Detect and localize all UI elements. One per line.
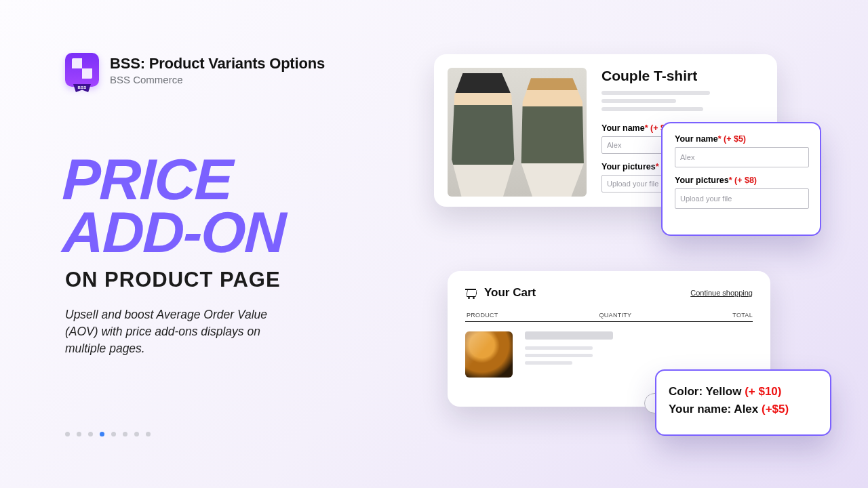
carousel-dot[interactable] (123, 432, 127, 436)
field-label-name: Your name* (+ $5) (675, 134, 808, 144)
hero-line-2: ADD-ON (62, 207, 286, 258)
skeleton-line (601, 107, 703, 111)
hero-desc: Upsell and boost Average Order Value (AO… (65, 306, 289, 357)
summary-value: Yellow (705, 385, 741, 398)
label-text: Your pictures (601, 162, 656, 171)
field-label-pictures: Your pictures* (+ $8) (675, 176, 808, 185)
required-mark: * (645, 123, 648, 133)
col-product: PRODUCT (465, 312, 498, 319)
summary-label: Your name: (669, 403, 731, 415)
hero-line-1: PRICE (62, 155, 233, 205)
carousel-dot[interactable] (77, 432, 81, 436)
cart-columns: PRODUCT QUANTITY TOTAL (465, 312, 753, 322)
addon-price: (+ $8) (734, 176, 757, 185)
skeleton-line (601, 99, 676, 103)
product-title: Couple T-shirt (601, 68, 761, 84)
header-texts: BSS: Product Variants Options BSS Commer… (110, 55, 325, 85)
input-placeholder: Upload your file (680, 195, 732, 203)
product-image (448, 68, 587, 197)
summary-label: Color: (669, 385, 703, 398)
name-input[interactable]: Alex (675, 147, 809, 167)
summary-row-color: Color: Yellow (+ $10) (669, 383, 818, 401)
col-quantity: QUANTITY (599, 312, 632, 319)
carousel-dots[interactable] (65, 432, 151, 436)
cart-item-text (525, 331, 613, 378)
carousel-dot[interactable] (134, 432, 139, 436)
required-mark: * (718, 134, 722, 144)
skeleton-line (525, 331, 613, 340)
addon-price: (+ $10) (745, 385, 781, 398)
logo-ribbon-text: BSS (77, 85, 86, 89)
app-title: BSS: Product Variants Options (110, 55, 325, 73)
app-logo-icon: BSS (65, 53, 99, 87)
required-mark: * (729, 176, 732, 185)
cart-header: Your Cart Continue shopping (465, 286, 753, 300)
options-popout: Your name* (+ $5) Alex Your pictures* (+… (661, 122, 821, 236)
app-subtitle: BSS Commerce (110, 74, 325, 85)
addon-price: (+$5) (762, 403, 789, 415)
continue-shopping-link[interactable]: Continue shopping (690, 289, 753, 297)
carousel-dot[interactable] (111, 432, 116, 436)
carousel-dot[interactable] (100, 432, 104, 436)
label-text: Your pictures (675, 176, 729, 185)
addon-price: (+ $5) (724, 134, 746, 144)
carousel-dot[interactable] (65, 432, 70, 436)
carousel-dot[interactable] (146, 432, 151, 436)
col-total: TOTAL (732, 312, 753, 319)
cart-title: Your Cart (484, 286, 536, 300)
cart-icon (465, 287, 477, 299)
skeleton-line (525, 346, 593, 350)
cart-item-thumb (465, 331, 513, 378)
label-text: Your name (675, 134, 718, 144)
app-header: BSS BSS: Product Variants Options BSS Co… (65, 53, 325, 87)
carousel-dot[interactable] (88, 432, 93, 436)
skeleton-line (525, 354, 593, 357)
input-placeholder: Alex (607, 141, 621, 149)
summary-value: Alex (734, 403, 758, 415)
logo-ribbon: BSS (73, 84, 91, 92)
input-value: Alex (680, 153, 694, 161)
label-text: Your name (601, 123, 645, 133)
summary-row-name: Your name: Alex (+$5) (669, 401, 818, 418)
addon-summary-popout: Color: Yellow (+ $10) Your name: Alex (+… (655, 369, 831, 436)
picture-input[interactable]: Upload your file (675, 188, 809, 209)
skeleton-line (601, 91, 710, 95)
hero-sub: ON PRODUCT PAGE (65, 268, 281, 292)
required-mark: * (656, 162, 659, 171)
skeleton-line (525, 361, 572, 365)
input-placeholder: Upload your file (607, 180, 658, 188)
